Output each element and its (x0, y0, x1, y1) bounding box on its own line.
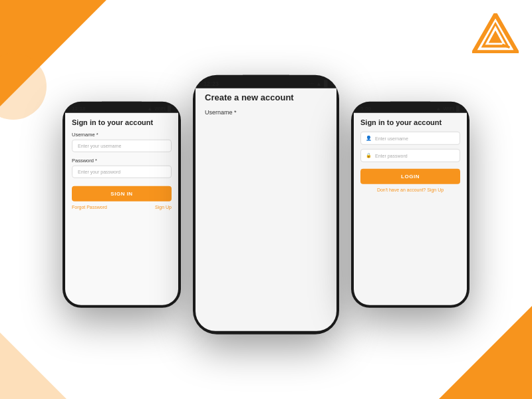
left-title: Sign in to your account (72, 118, 172, 126)
left-password-placeholder: Enter your password (78, 170, 120, 174)
center-title: Create a new account (205, 92, 336, 102)
notch-left (102, 102, 142, 112)
status-icons-center: ··· ▲ ▊ (309, 80, 329, 87)
user-icon: 👤 (366, 136, 372, 141)
screen-right: Sign in to your account 👤 Enter username… (354, 113, 467, 305)
phones-container: 12:18 ▲ WiFi ▊ Sign in to your account U… (63, 75, 469, 334)
right-title: Sign in to your account (360, 118, 460, 126)
status-icons-left: ▲ WiFi ▊ (147, 106, 172, 112)
left-password-input[interactable]: Enter your password (72, 166, 172, 178)
logo (472, 13, 519, 56)
left-password-group: Password * Enter your password (72, 158, 172, 178)
right-username-input[interactable]: 👤 Enter username (360, 132, 460, 145)
left-signup-link[interactable]: Sign Up (155, 205, 172, 209)
notch-center (243, 75, 289, 87)
left-forgot-link[interactable]: Forgot Password (72, 205, 107, 209)
lock-icon: 🔒 (366, 153, 372, 158)
time-center: 12:23 (203, 80, 219, 87)
status-icons-right: ▲ WiFi ▊ (436, 106, 460, 112)
screen-left: Sign in to your account Username * Enter… (65, 113, 178, 305)
screen-center: Create a new account Username * Username… (196, 88, 336, 331)
right-password-placeholder: Enter password (375, 153, 408, 158)
left-username-placeholder: Enter your username (78, 144, 121, 148)
left-username-group: Username * Enter your username (72, 132, 172, 152)
right-username-placeholder: Enter username (375, 136, 408, 140)
right-login-button[interactable]: LOGIN (360, 169, 460, 184)
center-username-label: Username * (205, 109, 336, 331)
time-right: 5:00 (360, 106, 371, 112)
left-username-label: Username * (72, 132, 172, 138)
phone-right: 5:00 ▲ WiFi ▊ Sign in to your account 👤 … (351, 102, 469, 308)
phone-left: 12:18 ▲ WiFi ▊ Sign in to your account U… (63, 102, 181, 308)
left-signin-button[interactable]: SIGN IN (72, 186, 172, 201)
right-no-account-text[interactable]: Don't have an account? Sign Up (360, 188, 460, 192)
left-links: Forgot Password Sign Up (72, 205, 172, 209)
center-username-group: Username * Username (205, 109, 336, 331)
bg-triangle-bottomleft (0, 332, 66, 399)
left-username-input[interactable]: Enter your username (72, 140, 172, 152)
phone-center: 12:23 ··· ▲ ▊ Create a new account Usern… (193, 75, 339, 334)
time-left: 12:18 (72, 106, 85, 112)
right-password-input[interactable]: 🔒 Enter password (360, 149, 460, 162)
left-password-label: Password * (72, 158, 172, 164)
notch-right (390, 102, 430, 112)
